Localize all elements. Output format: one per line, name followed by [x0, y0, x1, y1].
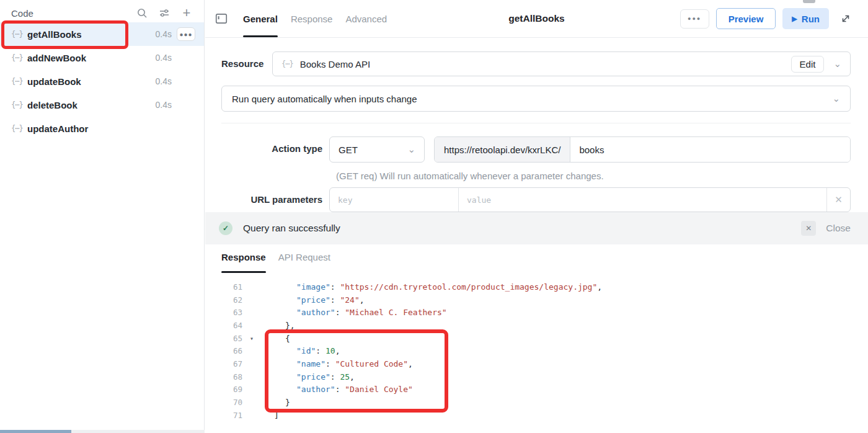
code-lines[interactable]: 61"image": "https://cdn.tryretool.com/pr…: [205, 280, 868, 422]
braces-icon: {⋯}: [281, 60, 293, 68]
line-number: 69: [205, 385, 242, 394]
line-number: 63: [205, 308, 242, 317]
query-item-getAllBooks[interactable]: {⋯} getAllBooks 0.4s ●●●: [0, 22, 204, 46]
line-number: 71: [205, 411, 242, 420]
code-line: 64},: [205, 319, 868, 332]
code-content: "price": "24",: [261, 295, 365, 305]
line-number: 64: [205, 321, 242, 330]
preview-button[interactable]: Preview: [716, 8, 776, 29]
query-list: {⋯} getAllBooks 0.4s ●●● {⋯} addNewBook …: [0, 22, 204, 140]
sidebar-header: Code +: [0, 0, 204, 21]
braces-icon: {⋯}: [11, 100, 27, 109]
code-content: "id": 10,: [261, 346, 340, 355]
code-line: 62"price": "24",: [205, 293, 868, 306]
tab-api-request[interactable]: API Request: [278, 244, 330, 273]
tab-general[interactable]: General: [243, 0, 278, 37]
play-icon: ▶: [792, 15, 797, 23]
resource-row: Resource {⋯} Books Demo API Edit ⌄: [221, 51, 851, 76]
resource-value: Books Demo API: [300, 59, 791, 69]
braces-icon: {⋯}: [11, 77, 27, 86]
run-button-label: Run: [802, 14, 820, 24]
run-behavior-select[interactable]: Run query automatically when inputs chan…: [221, 86, 851, 112]
code-content: "price": 25,: [261, 372, 355, 382]
code-sidebar: Code + {⋯}: [0, 0, 205, 433]
param-value-input[interactable]: value: [459, 188, 826, 212]
query-more-button[interactable]: ●●●: [177, 27, 195, 41]
line-number: 70: [205, 398, 242, 407]
search-icon[interactable]: [136, 7, 148, 19]
tab-advanced[interactable]: Advanced: [345, 0, 387, 37]
code-line: 65▾{: [205, 332, 868, 345]
code-content: {: [261, 334, 290, 343]
resource-label: Resource: [221, 51, 272, 69]
url-path-input[interactable]: books: [570, 137, 850, 162]
query-form: Resource {⋯} Books Demo API Edit ⌄ Run q…: [205, 38, 868, 212]
success-check-icon: ✓: [219, 221, 232, 235]
resource-select[interactable]: {⋯} Books Demo API Edit ⌄: [272, 51, 851, 76]
edit-resource-button[interactable]: Edit: [791, 56, 825, 73]
code-line: 68"price": 25,: [205, 370, 868, 383]
header-actions: ●●● Preview ▶ Run: [680, 8, 853, 29]
fold-arrow-icon[interactable]: ▾: [242, 335, 261, 342]
param-key-input[interactable]: key: [330, 188, 459, 212]
code-content: }: [261, 398, 290, 407]
action-type-select[interactable]: GET ⌄: [329, 136, 425, 163]
query-run-time: 0.4s: [149, 29, 172, 39]
url-parameters-label: URL parameters: [221, 187, 329, 205]
response-tabs: Response API Request: [205, 244, 868, 273]
chevron-down-icon: ⌄: [833, 61, 841, 67]
line-number: 67: [205, 359, 242, 368]
close-icon[interactable]: ✕: [801, 221, 816, 236]
panel-toggle-icon[interactable]: [215, 12, 228, 25]
url-parameters-row: URL parameters key value ✕: [221, 187, 851, 212]
query-run-time: 0.4s: [149, 100, 172, 110]
scrollbar-thumb[interactable]: [0, 430, 71, 433]
sidebar-horizontal-scrollbar[interactable]: [0, 430, 205, 433]
action-type-value: GET: [339, 145, 407, 155]
url-input-group: https://retoolapi.dev/kxrLKC/ books: [434, 136, 851, 163]
query-item-updateBook[interactable]: {⋯} updateBook 0.4s: [0, 69, 204, 93]
filter-sliders-icon[interactable]: [158, 7, 170, 19]
code-content: "author": "Daniel Coyle": [261, 385, 413, 394]
code-content: },: [261, 321, 295, 330]
notification-message: Query ran successfully: [243, 223, 340, 234]
tab-response-result[interactable]: Response: [221, 244, 266, 273]
editor-tabs: General Response Advanced: [243, 0, 387, 37]
query-success-notification: ✓ Query ran successfully ✕ Close: [205, 212, 868, 244]
query-item-deleteBook[interactable]: {⋯} deleteBook 0.4s: [0, 93, 204, 117]
run-button[interactable]: ▶ Run: [782, 8, 829, 29]
cropped-tooltip-fragment: [803, 0, 815, 3]
query-item-label: addNewBook: [27, 53, 149, 63]
code-content: "author": "Michael C. Feathers": [261, 308, 447, 317]
braces-icon: {⋯}: [11, 53, 27, 62]
query-item-label: updateBook: [27, 76, 149, 87]
line-number: 65: [205, 334, 242, 343]
code-content: "image": "https://cdn.tryretool.com/prod…: [261, 282, 602, 292]
retool-query-editor: Code + {⋯}: [0, 0, 868, 433]
code-content: ]: [261, 411, 279, 420]
expand-icon[interactable]: [839, 12, 853, 25]
query-item-addNewBook[interactable]: {⋯} addNewBook 0.4s: [0, 46, 204, 69]
close-notification-button[interactable]: Close: [826, 223, 851, 234]
query-item-updateAuthor[interactable]: {⋯} updateAuthor: [0, 117, 204, 140]
sidebar-title: Code: [11, 8, 33, 19]
code-line: 71]: [205, 409, 868, 422]
action-help-text: (GET req) Will run automatically wheneve…: [336, 171, 851, 182]
line-number: 68: [205, 372, 242, 382]
tab-response[interactable]: Response: [291, 0, 333, 37]
response-panel: Response API Request 61"image": "https:/…: [205, 244, 868, 433]
line-number: 61: [205, 282, 242, 292]
code-line: 70}: [205, 396, 868, 409]
query-item-label: updateAuthor: [27, 123, 149, 134]
header-more-button[interactable]: ●●●: [680, 9, 709, 29]
query-item-label: getAllBooks: [27, 29, 149, 40]
braces-icon: {⋯}: [11, 124, 27, 133]
query-item-label: deleteBook: [27, 100, 149, 110]
query-editor-panel: General Response Advanced getAllBooks ●●…: [205, 0, 868, 433]
query-run-time: 0.4s: [149, 76, 172, 86]
form-divider: [221, 123, 851, 123]
add-query-icon[interactable]: +: [180, 7, 193, 19]
code-line: 67"name": "Cultured Code",: [205, 357, 868, 370]
remove-parameter-icon[interactable]: ✕: [826, 188, 850, 212]
url-base-prefix: https://retoolapi.dev/kxrLKC/: [435, 137, 570, 162]
